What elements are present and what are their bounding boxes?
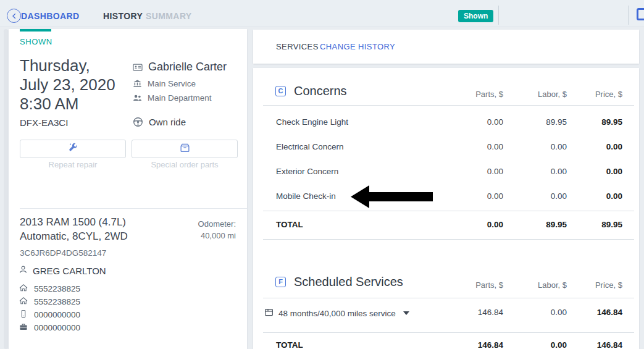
concern-row[interactable]: Check Engine Light 0.00 89.95 89.95 [253,117,639,130]
tab-summary[interactable]: SUMMARY [146,11,192,21]
labor-value: 0.00 [511,191,567,201]
total-labor-value: 89.95 [511,220,567,229]
concern-row[interactable]: Electrical Concern 0.00 0.00 0.00 [253,142,639,154]
odometer: Odometer: 40,000 mi [198,218,236,242]
total-parts-value: 146.84 [448,340,503,349]
service-location: Main Service [148,79,196,88]
phone-number: 0000000000 [34,310,80,319]
service-location-row: Main Service [133,79,196,88]
transport-row: Own ride [133,117,186,127]
advisor-name: Gabrielle Carter [148,61,227,74]
parts-value: 146.84 [448,308,503,317]
tab-dashboard[interactable]: DASHBOARD [21,11,80,21]
person-icon [19,265,28,276]
divider [263,298,634,298]
divider [498,6,499,25]
scheduled-services-icon: F [275,277,286,287]
vehicle-name: 2013 RAM 1500 (4.7L) Automatic, 8CYL, 2W… [20,215,128,243]
tab-change-history[interactable]: CHANGE HISTORY [320,42,395,51]
repeat-repair-label: Repeat repair [20,160,126,169]
labor-value: 0.00 [511,167,567,176]
price-value: 0.00 [567,142,622,151]
total-label: TOTAL [276,220,303,229]
phone-number: 5552238825 [34,284,80,293]
phone-number: 0000000000 [34,323,80,332]
parts-box-icon [180,143,190,155]
total-labor-value: 0.00 [511,340,567,349]
scheduled-section-header: F Scheduled Services [275,275,403,289]
left-scrollbar-track[interactable] [4,29,8,349]
top-navigation-bar: DASHBOARD HISTORY SUMMARY Shown [0,0,644,27]
chevron-down-icon [403,311,409,315]
vehicle-name-line: 2013 RAM 1500 (4.7L) [20,215,128,229]
price-value: 89.95 [567,117,622,127]
mobile-phone-icon [19,309,28,320]
service-box-icon [264,308,274,319]
parts-value: 0.00 [448,142,503,151]
concern-row[interactable]: Mobile Check-in 0.00 0.00 0.00 [253,191,639,204]
column-header-price: Price, $ [567,280,622,290]
column-header-labor: Labor, $ [511,90,567,99]
advisor-row: Gabrielle Carter [133,61,227,74]
price-value: 0.00 [567,191,622,201]
scheduled-service-row: 48 months/40,000 miles service 146.84 0.… [253,308,639,320]
price-value: 0.00 [567,167,622,176]
tab-services[interactable]: SERVICES [276,42,319,51]
shown-tab-indicator [20,29,51,32]
divider [263,239,634,240]
id-card-icon [133,62,143,72]
scheduled-service-label: 48 months/40,000 miles service [278,309,396,318]
scheduled-total-row: TOTAL 146.84 0.00 146.84 [253,340,639,349]
column-header-parts: Parts, $ [448,90,503,99]
vin: 3C6JR6DP4DG582147 [20,248,106,258]
annotation-arrow [351,185,433,208]
bank-building-icon [133,79,142,88]
appointment-datetime: Thursday, July 23, 2020 8:30 AM [20,56,115,114]
divider [263,105,634,106]
wrench-icon [68,143,78,155]
concern-label: Electrical Concern [276,142,344,151]
chevron-left-icon [11,13,17,19]
services-tabs-card: SERVICES CHANGE HISTORY [253,30,639,64]
special-order-parts-button[interactable] [132,140,238,158]
home-icon [19,284,28,294]
people-icon [133,93,142,103]
odometer-value: 40,000 mi [198,230,236,242]
appointment-code: DFX-EA3CI [20,117,68,128]
briefcase-icon [19,322,28,333]
customer-row: GREG CARLTON [19,265,106,276]
labor-value: 89.95 [511,117,567,127]
phone-row: 0000000000 [19,309,80,320]
back-button[interactable] [7,9,21,23]
export-icon[interactable] [637,8,644,20]
transport-option: Own ride [149,117,186,127]
column-header-labor: Labor, $ [511,280,567,290]
vehicle-name-line: Automatic, 8CYL, 2WD [20,229,128,243]
total-price-value: 89.95 [567,220,622,229]
labor-value: 0.00 [511,142,567,151]
shown-label: SHOWN [20,37,52,46]
scheduled-services-title: Scheduled Services [294,275,403,289]
divider [263,332,634,333]
department-name: Main Department [148,93,212,103]
scheduled-service-expander[interactable]: 48 months/40,000 miles service [264,308,409,319]
phone-row: 5552238825 [19,284,80,294]
special-order-parts-label: Special order parts [132,160,238,169]
phone-row: 0000000000 [19,322,80,333]
concerns-icon: C [275,86,286,96]
home-icon [19,296,28,307]
date-line: July 23, 2020 [20,75,115,95]
total-price-value: 146.84 [567,340,622,349]
repair-order-screen: DASHBOARD HISTORY SUMMARY Shown SHOWN Th… [0,0,644,349]
status-badge: Shown [458,10,493,22]
concerns-total-row: TOTAL 0.00 89.95 89.95 [253,220,639,232]
repeat-repair-button[interactable] [20,140,126,158]
tab-history[interactable]: HISTORY [103,11,143,21]
concern-label: Mobile Check-in [276,191,336,201]
date-line: 8:30 AM [20,95,115,114]
services-detail-card: C Concerns Parts, $ Labor, $ Price, $ Ch… [253,68,639,349]
appointment-card: SHOWN Thursday, July 23, 2020 8:30 AM Ga… [9,29,247,349]
labor-value: 0.00 [511,308,567,317]
concern-row[interactable]: Exterior Concern 0.00 0.00 0.00 [253,167,639,179]
parts-value: 0.00 [448,191,503,201]
